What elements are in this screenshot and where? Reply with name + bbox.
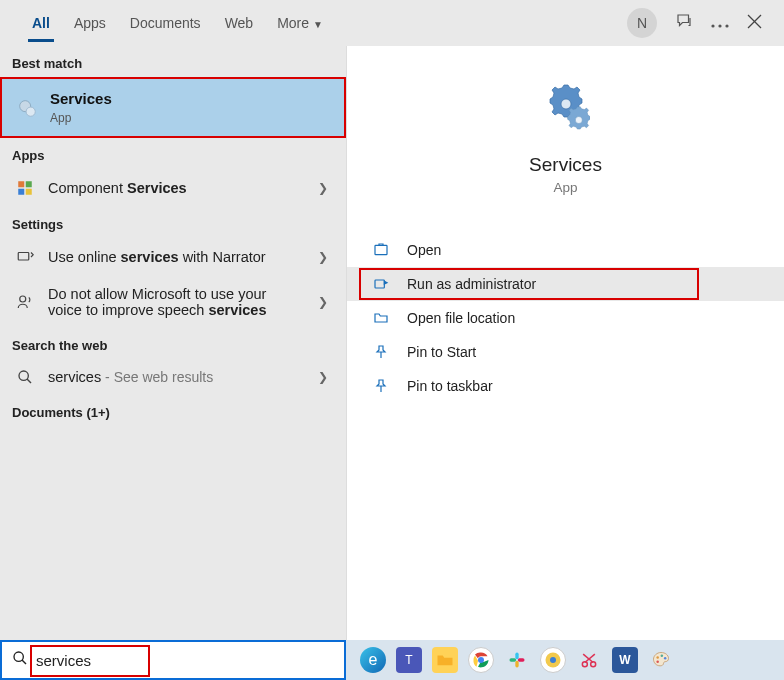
tab-web[interactable]: Web xyxy=(213,5,266,41)
search-box[interactable] xyxy=(0,640,346,680)
search-icon xyxy=(12,650,28,670)
svg-rect-7 xyxy=(18,181,24,187)
action-run-admin-wrap: Run as administrator xyxy=(347,267,784,301)
search-icon xyxy=(14,369,36,385)
tab-all[interactable]: All xyxy=(20,5,62,41)
web-result-item[interactable]: services - See web results xyxy=(0,359,346,395)
action-pin-start[interactable]: Pin to Start xyxy=(347,335,784,369)
services-app-icon xyxy=(16,97,38,119)
filter-tabs: All Apps Documents Web More▼ N xyxy=(0,0,784,46)
taskbar-slack-icon[interactable] xyxy=(504,647,530,673)
action-pin-taskbar-label: Pin to taskbar xyxy=(407,378,493,394)
user-avatar[interactable]: N xyxy=(627,8,657,38)
svg-rect-18 xyxy=(375,280,384,288)
best-match-result[interactable]: Services App xyxy=(0,77,346,138)
settings-narrator-label: Use online services with Narrator xyxy=(48,249,266,265)
settings-speech-icon xyxy=(14,293,36,311)
svg-rect-27 xyxy=(515,661,518,668)
svg-rect-11 xyxy=(18,253,29,261)
svg-point-12 xyxy=(20,296,26,302)
main-area: Best match Services App Apps Component S… xyxy=(0,46,784,640)
svg-rect-28 xyxy=(518,658,525,661)
svg-point-35 xyxy=(656,656,659,659)
tab-more[interactable]: More▼ xyxy=(265,5,335,41)
settings-narrator-icon xyxy=(14,248,36,266)
preview-pane: Services App Open Run as administrator O… xyxy=(346,46,784,640)
svg-point-24 xyxy=(478,657,484,663)
tab-apps[interactable]: Apps xyxy=(62,5,118,41)
svg-rect-9 xyxy=(18,189,24,195)
results-column: Best match Services App Apps Component S… xyxy=(0,46,346,640)
tab-more-label: More xyxy=(277,15,309,31)
settings-speech-label: Do not allow Microsoft to use your voice… xyxy=(48,286,298,318)
taskbar-chrome-icon[interactable] xyxy=(468,647,494,673)
search-input[interactable] xyxy=(36,652,334,669)
action-open-location-label: Open file location xyxy=(407,310,515,326)
preview-sub: App xyxy=(553,180,577,195)
svg-rect-26 xyxy=(510,658,517,661)
svg-point-15 xyxy=(561,99,571,109)
taskbar-snip-icon[interactable] xyxy=(576,647,602,673)
svg-line-14 xyxy=(27,379,31,383)
settings-header: Settings xyxy=(0,207,346,238)
preview-title: Services xyxy=(529,154,602,176)
svg-point-0 xyxy=(711,24,714,27)
taskbar-teams-icon[interactable]: T xyxy=(396,647,422,673)
gear-large-icon xyxy=(542,84,590,132)
svg-point-1 xyxy=(718,24,721,27)
tab-documents[interactable]: Documents xyxy=(118,5,213,41)
folder-icon xyxy=(369,310,393,326)
action-pin-taskbar[interactable]: Pin to taskbar xyxy=(347,369,784,403)
action-list: Open Run as administrator Open file loca… xyxy=(347,233,784,403)
settings-item-speech[interactable]: Do not allow Microsoft to use your voice… xyxy=(0,276,346,328)
action-open[interactable]: Open xyxy=(347,233,784,267)
feedback-icon[interactable] xyxy=(675,12,693,34)
best-match-sub: App xyxy=(50,111,112,127)
svg-point-16 xyxy=(575,117,582,124)
taskbar-chrome-canary-icon[interactable] xyxy=(540,647,566,673)
svg-rect-17 xyxy=(375,245,387,254)
taskbar-word-icon[interactable]: W xyxy=(612,647,638,673)
action-pin-start-label: Pin to Start xyxy=(407,344,476,360)
open-icon xyxy=(369,242,393,258)
taskbar-explorer-icon[interactable] xyxy=(432,647,458,673)
preview-header: Services App xyxy=(347,46,784,195)
svg-line-22 xyxy=(22,660,26,664)
admin-shield-icon xyxy=(369,276,393,292)
apps-header: Apps xyxy=(0,138,346,169)
svg-rect-10 xyxy=(26,189,32,195)
svg-point-37 xyxy=(664,657,667,660)
svg-point-21 xyxy=(14,652,23,661)
documents-header: Documents (1+) xyxy=(0,395,346,426)
best-match-header: Best match xyxy=(0,46,346,77)
svg-rect-25 xyxy=(515,653,518,660)
action-open-label: Open xyxy=(407,242,441,258)
chevron-down-icon: ▼ xyxy=(313,19,323,30)
pin-icon xyxy=(369,344,393,360)
svg-point-2 xyxy=(725,24,728,27)
web-result-label: services - See web results xyxy=(48,369,213,385)
taskbar-paint-icon[interactable] xyxy=(648,647,674,673)
action-run-admin-label: Run as administrator xyxy=(407,276,536,292)
pin-icon xyxy=(369,378,393,394)
component-services-icon xyxy=(14,179,36,197)
svg-point-30 xyxy=(550,657,556,663)
action-open-location[interactable]: Open file location xyxy=(347,301,784,335)
action-run-admin[interactable]: Run as administrator xyxy=(347,267,784,301)
search-web-header: Search the web xyxy=(0,328,346,359)
best-match-text: Services App xyxy=(50,89,112,126)
settings-item-narrator[interactable]: Use online services with Narrator xyxy=(0,238,346,276)
taskbar-pinned-apps: e T W xyxy=(346,647,674,673)
apps-item-label: Component Services xyxy=(48,180,187,196)
close-icon[interactable] xyxy=(747,14,762,33)
top-right-controls: N xyxy=(627,8,784,38)
taskbar-edge-icon[interactable]: e xyxy=(360,647,386,673)
apps-item-component-services[interactable]: Component Services xyxy=(0,169,346,207)
taskbar: e T W xyxy=(0,640,784,680)
svg-rect-8 xyxy=(26,181,32,187)
best-match-title: Services xyxy=(50,89,112,109)
svg-point-6 xyxy=(26,107,35,116)
more-options-icon[interactable] xyxy=(711,14,729,32)
svg-point-38 xyxy=(656,660,659,663)
svg-point-36 xyxy=(661,655,664,658)
